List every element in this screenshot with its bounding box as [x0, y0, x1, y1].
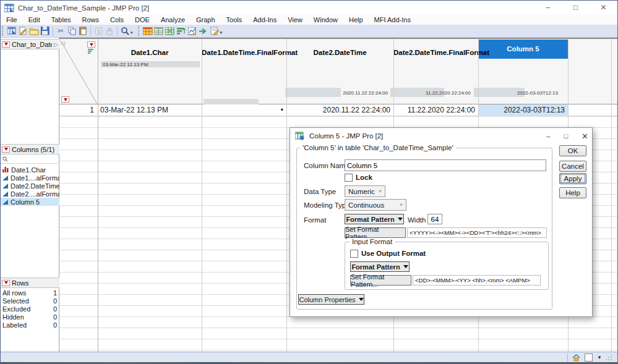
data-table-icon[interactable] [142, 26, 153, 36]
cancel-button[interactable]: Cancel [559, 161, 586, 172]
minimize-button[interactable]: – [534, 1, 562, 15]
width-input[interactable] [427, 214, 442, 224]
window-list-icon[interactable] [585, 353, 593, 362]
column-header[interactable]: Date1.Char [98, 49, 202, 56]
menu-cols[interactable]: Cols [105, 16, 129, 23]
menu-mfi-addins[interactable]: MFI Add-Ins [369, 16, 416, 23]
dropdown-arrow-icon [359, 298, 364, 301]
apply-button[interactable]: Apply [559, 173, 586, 184]
save-icon[interactable] [40, 26, 51, 36]
dialog-minimize-button[interactable]: – [546, 132, 550, 140]
tabulate-icon[interactable] [165, 26, 176, 36]
column-list-item-selected[interactable]: Column 5 [1, 198, 59, 206]
table-cell[interactable]: 2020.11.22 22:24:00 [286, 104, 390, 116]
cell-preview-text: 03-Mar-22 12.13 PM [103, 62, 148, 67]
rows-red-triangle-icon[interactable] [61, 96, 69, 103]
cut-icon[interactable]: ✂ [55, 26, 66, 36]
menu-edit[interactable]: Edit [23, 16, 46, 23]
menu-file[interactable]: File [1, 16, 23, 23]
red-triangle-icon[interactable] [2, 41, 10, 48]
help-button[interactable]: Help [559, 187, 586, 198]
column-list-item[interactable]: Date2....alFormat [1, 190, 59, 198]
script-editor-icon[interactable] [209, 26, 220, 36]
table-cell[interactable]: • [202, 104, 283, 116]
column-name-input[interactable] [345, 159, 546, 171]
columns-red-triangle-icon[interactable] [87, 41, 95, 48]
dropdown-icon[interactable]: ▼ [597, 355, 602, 360]
column-list-item[interactable]: Date1.Char [1, 166, 59, 174]
ok-button[interactable]: OK [559, 145, 586, 156]
red-triangle-icon[interactable] [2, 280, 10, 286]
data-type-select[interactable]: Numeric˅ [345, 185, 385, 197]
column-header-selected[interactable]: Column 5 [478, 45, 568, 53]
menu-tables[interactable]: Tables [46, 16, 77, 23]
column-header[interactable]: Date2.DateTime.FinalFormat [393, 49, 478, 56]
dialog-maximize-button[interactable]: □ [564, 132, 568, 140]
column-header[interactable]: Date2.DateTime [286, 49, 393, 56]
menu-window[interactable]: Window [308, 16, 343, 23]
close-button[interactable]: ✕ [590, 1, 617, 15]
column-properties-dropdown[interactable]: Column Properties [298, 294, 364, 305]
modeling-type-select[interactable]: Continuous˅ [345, 199, 406, 211]
toolbar-grip [2, 26, 5, 36]
summary-icon[interactable] [153, 26, 165, 36]
set-input-format-pattern-button[interactable]: Set Format Pattern... [350, 275, 411, 286]
run-script-icon[interactable] [198, 26, 209, 36]
menu-doe[interactable]: DOE [129, 16, 155, 23]
collapse-arrow-icon[interactable]: ▷ [54, 41, 58, 48]
menu-graph[interactable]: Graph [191, 16, 221, 23]
menu-view[interactable]: View [282, 16, 308, 23]
menu-help[interactable]: Help [343, 16, 369, 23]
row-number[interactable]: 1 [59, 104, 94, 116]
sort-icon[interactable] [176, 26, 187, 36]
continuous-icon [2, 192, 8, 197]
search-icon [2, 156, 8, 162]
sort-indicator-icon[interactable] [88, 49, 94, 54]
menu-addins[interactable]: Add-Ins [247, 16, 282, 23]
search-icon[interactable] [119, 26, 131, 36]
columns-collapse-icon[interactable]: ◁ [61, 40, 65, 46]
table-cell[interactable]: 11.22.2020 22:24:00 [393, 104, 475, 116]
table-cell[interactable]: 03-Mar-22 12.13 PM [100, 104, 199, 116]
copy-icon[interactable] [66, 26, 77, 36]
nominal-icon [2, 167, 9, 172]
table-cell-selected[interactable]: 2022-03-03T12:13 [478, 104, 568, 116]
column-list-item[interactable]: Date1....alFormat [1, 174, 59, 182]
column-search-box[interactable] [1, 154, 59, 164]
red-triangle-icon[interactable] [2, 146, 10, 153]
new-data-table-icon[interactable] [6, 26, 17, 36]
paste-icon[interactable] [77, 26, 88, 36]
open-icon[interactable] [28, 26, 40, 36]
menu-rows[interactable]: Rows [77, 16, 105, 23]
toolbar: ✂ S ▾ [1, 25, 617, 38]
input-format-pattern-dropdown[interactable]: Format Pattern [350, 261, 410, 272]
column-list-item[interactable]: Date2.DateTime [1, 182, 59, 190]
rows-stat: Excluded0 [1, 305, 59, 313]
toolbar-overflow-icon-2[interactable]: ▾ [220, 30, 223, 35]
input-format-pattern-field[interactable]: <DD>-<MMM>-<YY> <hh>.<mm> <AMPM> [413, 275, 541, 286]
set-output-format-pattern-button[interactable]: Set Format Pattern... [345, 227, 406, 238]
home-window-icon[interactable] [572, 354, 580, 362]
graph-builder-icon[interactable] [187, 26, 198, 36]
use-output-format-label: Use Output Format [361, 250, 426, 257]
dialog-title: Column 5 - JMP Pro [2] [309, 132, 383, 140]
toolbar-overflow-icon[interactable]: ▾ [131, 30, 133, 35]
status-bar: ▼ [1, 352, 617, 362]
maximize-button[interactable]: □ [562, 1, 590, 15]
new-journal-icon[interactable] [17, 26, 28, 36]
output-format-pattern-field[interactable]: <YYYY><-><MM><-><DD><'T'><hh24><::><mm> [407, 227, 547, 238]
resize-grip-icon[interactable] [606, 355, 612, 361]
use-output-format-checkbox[interactable] [350, 250, 358, 258]
menu-bar: File Edit Tables Rows Cols DOE Analyze G… [1, 15, 617, 25]
sidebar: Char_to_Date... ▷ Columns (5/1) Date1.Ch… [1, 38, 59, 352]
format-pattern-dropdown[interactable]: Format Pattern [345, 214, 404, 224]
title-bar: Char_to_DateTime_Sample - JMP Pro [2] – … [1, 1, 617, 15]
width-label: Width [408, 216, 426, 224]
dialog-close-button[interactable]: ✕ [582, 132, 588, 141]
data-type-label: Data Type [304, 188, 336, 195]
menu-analyze[interactable]: Analyze [155, 16, 191, 23]
cell-preview-box [285, 88, 341, 97]
lock-checkbox[interactable] [345, 174, 353, 182]
column-header[interactable]: Date1.DateTime.FinalFormat [202, 49, 286, 56]
menu-tools[interactable]: Tools [221, 16, 248, 23]
